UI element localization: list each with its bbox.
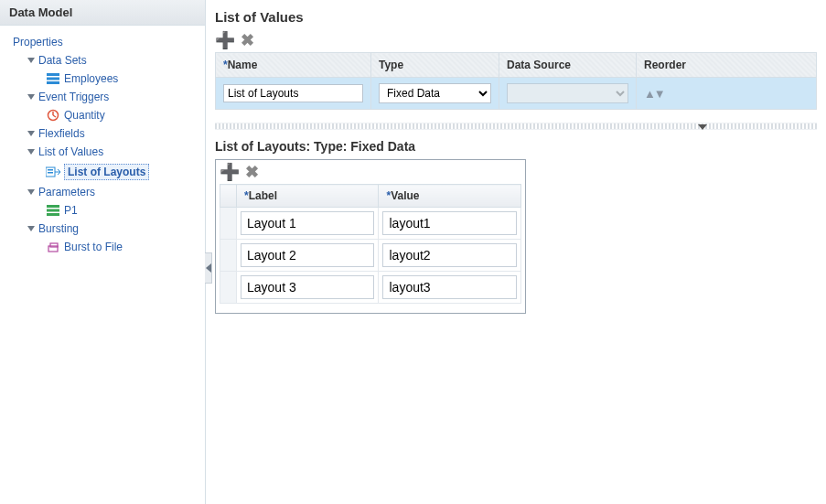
lov-row[interactable]: Fixed Data ▲▼ xyxy=(216,78,817,110)
lov-table: Name Type Data Source Reorder Fixed Data xyxy=(215,52,817,110)
row-handle[interactable] xyxy=(220,272,237,304)
svg-rect-9 xyxy=(47,213,59,216)
tree-event-triggers[interactable]: Event Triggers xyxy=(13,88,199,106)
bursting-icon xyxy=(46,241,60,253)
detail-label-input[interactable] xyxy=(241,211,374,235)
sidebar: Data Model Properties Data Sets Employee… xyxy=(0,0,206,504)
delete-icon[interactable]: ✖ xyxy=(241,32,254,48)
svg-rect-7 xyxy=(47,205,59,208)
twisty-icon xyxy=(27,58,35,63)
tree-selected-label: List of Layouts xyxy=(64,164,149,180)
tree-root[interactable]: Properties xyxy=(13,33,199,51)
tree-bursting[interactable]: Bursting xyxy=(13,220,199,238)
main-content: List of Values ➕ ✖ Name Type Data Source… xyxy=(206,0,826,504)
twisty-icon xyxy=(27,189,35,195)
twisty-icon xyxy=(27,226,35,231)
lov-name-input[interactable] xyxy=(223,84,363,102)
twisty-icon xyxy=(27,94,35,100)
tree-list-of-values[interactable]: List of Values xyxy=(13,143,199,161)
svg-rect-1 xyxy=(47,78,59,80)
detail-title: List of Layouts: Type: Fixed Data xyxy=(215,139,817,154)
add-icon[interactable]: ➕ xyxy=(220,164,240,180)
detail-label-input[interactable] xyxy=(241,275,374,299)
svg-rect-6 xyxy=(48,172,53,174)
col-label-header: Label xyxy=(244,189,277,202)
reorder-controls[interactable]: ▲▼ xyxy=(644,87,664,101)
lov-section-title: List of Values xyxy=(215,9,817,25)
parameter-icon xyxy=(46,204,60,217)
col-name-header: Name xyxy=(223,59,257,71)
dataset-icon xyxy=(46,72,60,85)
tree-data-sets[interactable]: Data Sets xyxy=(13,51,199,70)
detail-row[interactable] xyxy=(220,208,521,240)
row-handle[interactable] xyxy=(220,208,237,240)
tree-employees[interactable]: Employees xyxy=(13,70,199,88)
tree-list-of-layouts[interactable]: List of Layouts xyxy=(13,161,199,183)
svg-rect-8 xyxy=(47,209,59,212)
detail-toolbar: ➕ ✖ xyxy=(220,164,521,180)
twisty-icon xyxy=(27,149,35,155)
tree-flexfields[interactable]: Flexfields xyxy=(13,124,199,143)
tree-burst-to-file[interactable]: Burst to File xyxy=(13,238,199,256)
row-handle[interactable] xyxy=(220,240,237,272)
col-reorder-header: Reorder xyxy=(637,53,817,78)
lov-type-select[interactable]: Fixed Data xyxy=(379,83,491,103)
svg-rect-2 xyxy=(47,81,59,84)
lov-datasource-select xyxy=(507,83,628,103)
col-ds-header: Data Source xyxy=(499,53,637,78)
tree: Properties Data Sets Employees Event Tri… xyxy=(0,26,205,263)
svg-rect-5 xyxy=(48,169,53,171)
delete-icon[interactable]: ✖ xyxy=(245,164,259,180)
lov-toolbar: ➕ ✖ xyxy=(215,32,817,48)
col-type-header: Type xyxy=(371,53,499,78)
detail-table: Label Value xyxy=(220,184,521,304)
detail-label-input[interactable] xyxy=(241,243,374,267)
twisty-icon xyxy=(27,131,35,136)
tree-p1[interactable]: P1 xyxy=(13,201,199,220)
detail-row[interactable] xyxy=(220,240,521,272)
handle-col xyxy=(220,185,237,208)
detail-panel: ➕ ✖ Label Value xyxy=(215,159,526,314)
sidebar-title: Data Model xyxy=(0,0,205,26)
detail-value-input[interactable] xyxy=(382,243,517,267)
col-value-header: Value xyxy=(386,189,419,202)
horizontal-splitter[interactable] xyxy=(215,123,817,130)
svg-rect-0 xyxy=(47,73,59,76)
tree-parameters[interactable]: Parameters xyxy=(13,183,199,201)
trigger-icon xyxy=(46,109,60,122)
lov-icon xyxy=(46,166,60,178)
tree-quantity[interactable]: Quantity xyxy=(13,106,199,124)
add-icon[interactable]: ➕ xyxy=(215,32,235,48)
detail-value-input[interactable] xyxy=(382,275,517,299)
detail-row[interactable] xyxy=(220,272,521,304)
detail-value-input[interactable] xyxy=(382,211,517,235)
